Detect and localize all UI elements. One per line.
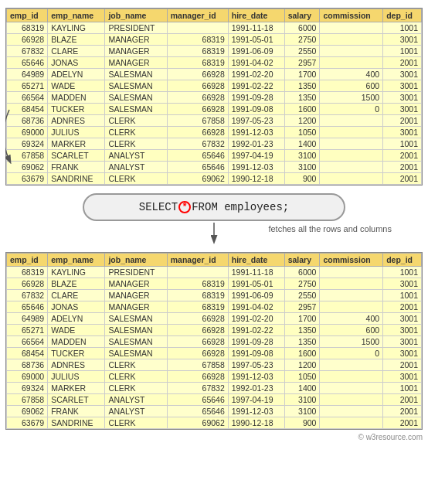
table-cell: 1600 <box>284 104 320 115</box>
main-container: emp_id emp_name job_name manager_id hire… <box>0 0 428 449</box>
employees-table-top: emp_id emp_name job_name manager_id hire… <box>6 9 422 185</box>
table-cell: ADNRES <box>48 359 105 371</box>
table-cell: 69062 <box>167 173 228 185</box>
table-cell: ANALYST <box>105 150 167 162</box>
table-cell: 69324 <box>7 138 48 150</box>
table-cell: 900 <box>284 417 320 429</box>
table-row: 69324MARKERCLERK678321992-01-2314001001 <box>7 383 422 394</box>
table-cell: 1992-01-23 <box>228 383 284 394</box>
table-cell: 65271 <box>7 325 48 336</box>
table-cell <box>320 46 383 57</box>
table-cell: 900 <box>284 173 320 185</box>
table-cell: SCARLET <box>48 150 105 162</box>
table-cell: SCARLET <box>48 394 105 406</box>
table-cell: 1991-09-08 <box>228 348 284 359</box>
table-cell: 68319 <box>167 290 228 301</box>
table-cell: FRANK <box>48 406 105 417</box>
col-b-salary: salary <box>284 254 320 267</box>
table-cell: 2001 <box>383 394 422 406</box>
bottom-table-body: 68319KAYLINGPRESIDENT1991-11-18600010016… <box>7 267 422 429</box>
table-cell: 68319 <box>167 34 228 46</box>
table-cell: CLERK <box>105 115 167 127</box>
table-cell <box>320 22 383 34</box>
table-cell: 69062 <box>7 162 48 173</box>
table-cell: 1500 <box>320 92 383 104</box>
col-dep_id: dep_id <box>383 9 422 22</box>
table-cell: 66564 <box>7 92 48 104</box>
table-cell: 3001 <box>383 92 422 104</box>
table-cell: 3001 <box>383 69 422 80</box>
table-cell: 1991-09-08 <box>228 104 284 115</box>
table-row: 68454TUCKERSALESMAN669281991-09-08160003… <box>7 104 422 115</box>
table-cell <box>320 301 383 313</box>
table-cell: CLERK <box>105 173 167 185</box>
table-cell: ADNRES <box>48 115 105 127</box>
table-cell: 66928 <box>167 313 228 325</box>
table-cell: 1200 <box>284 115 320 127</box>
table-cell: SALESMAN <box>105 104 167 115</box>
table-cell: 67858 <box>7 150 48 162</box>
col-emp_id: emp_id <box>7 9 48 22</box>
table-cell: 3001 <box>383 325 422 336</box>
table-cell: CLARE <box>48 46 105 57</box>
table-cell: 1991-02-20 <box>228 313 284 325</box>
table-row: 68319KAYLINGPRESIDENT1991-11-1860001001 <box>7 22 422 34</box>
table-cell: JULIUS <box>48 371 105 383</box>
table-cell: 69062 <box>167 417 228 429</box>
table-row: 65646JONASMANAGER683191991-04-0229572001 <box>7 301 422 313</box>
table-cell: SALESMAN <box>105 348 167 359</box>
table-cell: 67832 <box>167 138 228 150</box>
table-cell: SALESMAN <box>105 325 167 336</box>
table-cell: 65271 <box>7 80 48 92</box>
table-cell: 1050 <box>284 127 320 138</box>
table-cell: 65646 <box>167 150 228 162</box>
sql-box: SELECT * FROM employees; <box>83 193 345 221</box>
col-salary: salary <box>284 9 320 22</box>
table-cell <box>320 34 383 46</box>
table-row: 69000JULIUSCLERK669281991-12-0310503001 <box>7 127 422 138</box>
table-cell: 1997-05-23 <box>228 359 284 371</box>
table-cell: 64989 <box>7 313 48 325</box>
table-cell: 1992-01-23 <box>228 138 284 150</box>
table-cell: ANALYST <box>105 162 167 173</box>
table-cell: 1001 <box>383 267 422 278</box>
table-cell: 66564 <box>7 336 48 348</box>
table-cell: 1350 <box>284 92 320 104</box>
table-cell: 67832 <box>167 383 228 394</box>
bottom-table: emp_id emp_name job_name manager_id hire… <box>5 252 423 430</box>
col-commission: commission <box>320 9 383 22</box>
table-cell: 1991-02-22 <box>228 80 284 92</box>
table-cell: 68736 <box>7 115 48 127</box>
table-cell: 1350 <box>284 80 320 92</box>
table-cell: 6000 <box>284 267 320 278</box>
table-cell: 67858 <box>167 115 228 127</box>
table-cell: 2001 <box>383 162 422 173</box>
table-row: 69324MARKERCLERK678321992-01-2314001001 <box>7 138 422 150</box>
table-cell <box>320 267 383 278</box>
table-cell: 1001 <box>383 383 422 394</box>
table-cell <box>320 383 383 394</box>
col-b-job_name: job_name <box>105 254 167 267</box>
table-cell: TUCKER <box>48 348 105 359</box>
table-cell: 66928 <box>167 92 228 104</box>
table-cell: 6000 <box>284 22 320 34</box>
table-cell: 1991-02-22 <box>228 325 284 336</box>
table-cell: 3001 <box>383 278 422 290</box>
table-cell: 1400 <box>284 138 320 150</box>
table-cell: 67858 <box>167 359 228 371</box>
table-row: 63679SANDRINECLERK690621990-12-189002001 <box>7 173 422 185</box>
table-cell: 1990-12-18 <box>228 417 284 429</box>
table-cell: 2001 <box>383 406 422 417</box>
table-row: 67858SCARLETANALYST656461997-04-19310020… <box>7 150 422 162</box>
table-cell: CLERK <box>105 127 167 138</box>
table-cell: 2001 <box>383 173 422 185</box>
table-cell <box>320 173 383 185</box>
table-cell: BLAZE <box>48 34 105 46</box>
table-cell: 65646 <box>7 301 48 313</box>
table-cell: 1991-12-03 <box>228 162 284 173</box>
table-cell: CLERK <box>105 371 167 383</box>
table-cell: SANDRINE <box>48 417 105 429</box>
table-cell: MANAGER <box>105 34 167 46</box>
table-cell: 1991-05-01 <box>228 278 284 290</box>
table-row: 65646JONASMANAGER683191991-04-0229572001 <box>7 57 422 69</box>
